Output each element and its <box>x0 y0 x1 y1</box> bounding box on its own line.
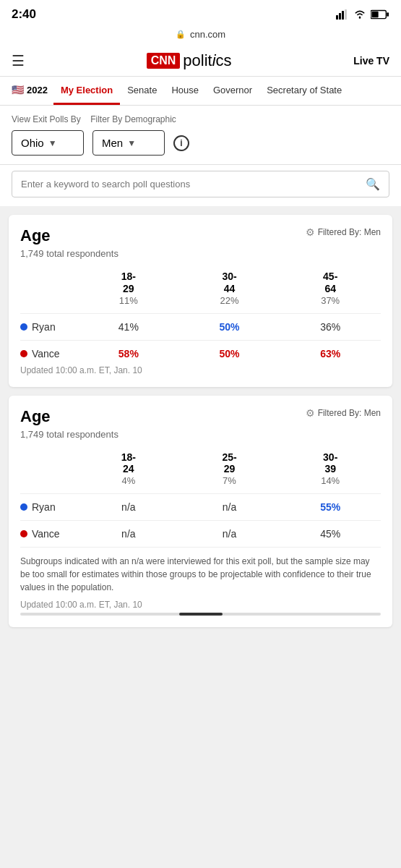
card-1-ryan-name: Ryan <box>20 321 78 333</box>
card-1-vance-row: Vance 58% 50% 63% <box>20 348 381 359</box>
search-bar: 🔍 <box>12 171 389 197</box>
address-url[interactable]: cnn.com <box>190 29 225 40</box>
card-1-ryan-cell-0: 41% <box>78 321 179 333</box>
tab-secretary-of-state[interactable]: Secretary of State <box>259 77 349 105</box>
card-2-age-pct-0: 4% <box>78 475 179 486</box>
card-2-age-range-0: 18-24 <box>78 451 179 476</box>
card-1-age-col-2: 45-64 37% <box>280 271 381 306</box>
ryan-dot <box>20 323 27 331</box>
card-1-age-range-2: 45-64 <box>280 271 381 295</box>
status-time: 2:40 <box>12 7 36 22</box>
hamburger-menu[interactable]: ☰ <box>12 52 25 69</box>
svg-rect-2 <box>342 11 344 20</box>
card-1-filtered-by: ⚙ Filtered By: Men <box>306 226 381 238</box>
status-icons <box>336 9 389 20</box>
card-1-age-pct-1: 22% <box>179 295 280 306</box>
card-2-ryan-row: Ryan n/a n/a 55% <box>20 501 381 513</box>
poll-card-2: Age ⚙ Filtered By: Men 1,749 total respo… <box>9 396 392 628</box>
tab-governor[interactable]: Governor <box>206 77 259 105</box>
search-input[interactable] <box>21 179 360 190</box>
card-2-age-header: 18-24 4% 25-29 7% 30-39 14% <box>20 451 381 487</box>
live-tv-button[interactable]: Live TV <box>353 55 389 67</box>
svg-rect-0 <box>336 15 338 20</box>
card-2-age-col-1: 25-29 7% <box>179 451 280 487</box>
card-1-filter-label: Filtered By: Men <box>318 227 381 237</box>
card-1-ryan-row: Ryan 41% 50% 36% <box>20 321 381 333</box>
signal-icon <box>336 9 349 20</box>
card-2-vance-row: Vance n/a n/a 45% <box>20 528 381 540</box>
card-1-vance-cell-2: 63% <box>280 348 381 359</box>
card2-vance-dot <box>20 530 27 537</box>
card-2-age-cols: 18-24 4% 25-29 7% 30-39 14% <box>78 451 381 487</box>
card-2-footnote: Subgroups indicated with an n/a were int… <box>20 555 381 594</box>
tab-senate[interactable]: Senate <box>120 77 164 105</box>
year-badge: 🇺🇸 2022 <box>6 77 53 105</box>
content-area: Age ⚙ Filtered By: Men 1,749 total respo… <box>0 206 401 636</box>
ryan-label: Ryan <box>32 321 56 333</box>
location-dropdown-arrow: ▼ <box>48 138 57 148</box>
card-2-ryan-cell-0: n/a <box>78 501 179 513</box>
card-2-header: Age ⚙ Filtered By: Men <box>20 407 381 426</box>
card-1-vance-name: Vance <box>20 348 78 359</box>
card-2-age-range-1: 25-29 <box>179 451 280 476</box>
demographic-dropdown[interactable]: Men ▼ <box>92 130 165 156</box>
cnn-badge: CNN <box>147 53 181 69</box>
card-2-ryan-name: Ryan <box>20 501 78 513</box>
poll-card-1: Age ⚙ Filtered By: Men 1,749 total respo… <box>9 215 392 387</box>
lock-icon: 🔒 <box>176 30 186 39</box>
card-1-age-header: 18-29 11% 30-44 22% 45-64 37% <box>20 271 381 306</box>
card-1-updated: Updated 10:00 a.m. ET, Jan. 10 <box>20 365 381 375</box>
filter-icon-1: ⚙ <box>306 226 315 238</box>
card-2-vance-cell-1: n/a <box>179 528 280 540</box>
tab-bar: 🇺🇸 2022 My Election Senate House Governo… <box>0 77 401 106</box>
demographic-value: Men <box>102 137 123 149</box>
year-label: 2022 <box>27 85 48 95</box>
card-2-age-range-2: 30-39 <box>280 451 381 476</box>
card-1-vance-cell-1: 50% <box>179 348 280 359</box>
card-1-age-col-1: 30-44 22% <box>179 271 280 306</box>
status-bar: 2:40 <box>0 0 401 26</box>
card-2-age-pct-2: 14% <box>280 475 381 486</box>
flag-icon: 🇺🇸 <box>12 84 24 95</box>
tab-my-election[interactable]: My Election <box>53 77 120 105</box>
location-value: Ohio <box>21 137 44 149</box>
card2-ryan-label: Ryan <box>32 501 56 513</box>
card-2-vance-name: Vance <box>20 528 78 540</box>
svg-rect-7 <box>371 12 378 17</box>
card-1-divider-1 <box>20 313 381 314</box>
svg-rect-1 <box>339 13 341 20</box>
address-bar: 🔒 cnn.com <box>0 26 401 46</box>
card-2-filtered-by: ⚙ Filtered By: Men <box>306 407 381 419</box>
card-1-ryan-cell-1: 50% <box>179 321 280 333</box>
card-2-age-col-2: 30-39 14% <box>280 451 381 487</box>
card-1-age-range-1: 30-44 <box>179 271 280 295</box>
card-1-age-cols: 18-29 11% 30-44 22% 45-64 37% <box>78 271 381 306</box>
card-1-vance-cells: 58% 50% 63% <box>78 348 381 359</box>
location-dropdown[interactable]: Ohio ▼ <box>12 130 84 156</box>
card2-ryan-dot <box>20 503 27 511</box>
card-2-filter-label: Filtered By: Men <box>318 408 381 418</box>
vance-dot <box>20 350 27 357</box>
filter-controls: Ohio ▼ Men ▼ i <box>12 130 389 156</box>
card-2-vance-cell-2: 45% <box>280 528 381 540</box>
tab-house[interactable]: House <box>164 77 206 105</box>
card-2-divider-2 <box>20 520 381 521</box>
filter-icon-2: ⚙ <box>306 407 315 419</box>
cnn-logo[interactable]: CNN politics <box>147 51 232 70</box>
card-1-header: Age ⚙ Filtered By: Men <box>20 226 381 245</box>
search-icon: 🔍 <box>366 177 380 191</box>
scroll-indicator <box>20 613 381 616</box>
card-1-vance-cell-0: 58% <box>78 348 179 359</box>
battery-icon <box>371 9 389 20</box>
filter-label: View Exit Polls By Filter By Demographic <box>12 114 389 124</box>
svg-rect-3 <box>345 9 347 20</box>
card-1-age-col-0: 18-29 11% <box>78 271 179 306</box>
card-2-divider-1 <box>20 493 381 494</box>
card-1-ryan-cells: 41% 50% 36% <box>78 321 381 333</box>
card-2-divider-3 <box>20 547 381 548</box>
svg-rect-6 <box>387 12 389 17</box>
info-button[interactable]: i <box>173 135 189 151</box>
scroll-thumb <box>179 613 223 616</box>
card-1-age-range-0: 18-29 <box>78 271 179 295</box>
card-2-ryan-cell-2: 55% <box>280 501 381 513</box>
